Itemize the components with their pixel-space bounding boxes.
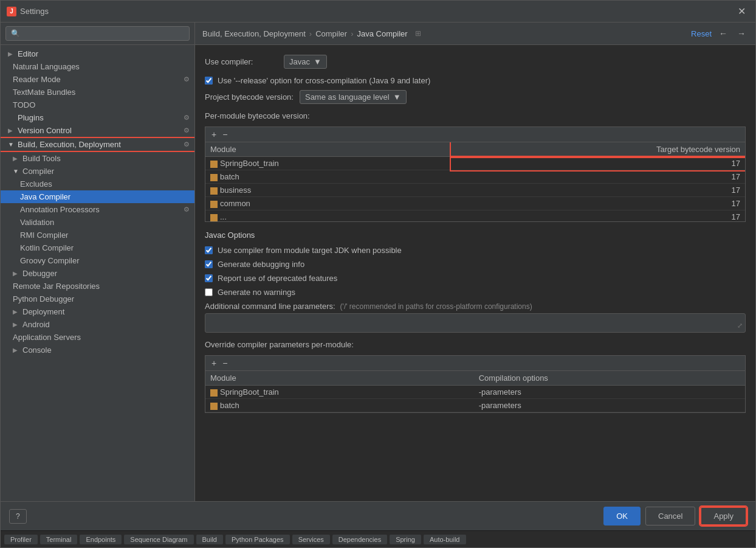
taskbar-spring[interactable]: Spring: [390, 535, 421, 544]
sidebar-item-todo[interactable]: TODO: [1, 99, 194, 111]
breadcrumb-current: Java Compiler: [357, 29, 408, 38]
help-button[interactable]: ?: [9, 509, 27, 524]
sidebar-item-label: Python Debugger: [13, 294, 74, 303]
sidebar-item-plugins[interactable]: Plugins ⚙: [1, 111, 194, 124]
module-table: Module Target bytecode version SpringBoo…: [205, 142, 745, 221]
arrow-icon: ▶: [13, 321, 20, 328]
additional-params-label: Additional command line parameters:: [205, 302, 335, 311]
sidebar-item-deployment[interactable]: ▶ Deployment: [1, 305, 194, 318]
sidebar-item-label: Deployment: [22, 307, 64, 316]
compiler-dropdown[interactable]: Javac ▼: [284, 55, 327, 69]
option1-checkbox[interactable]: [205, 246, 213, 254]
option4-checkbox[interactable]: [205, 288, 213, 296]
panel-header: Build, Execution, Deployment › Compiler …: [195, 23, 755, 45]
additional-params-input[interactable]: ⤢: [205, 313, 746, 333]
sidebar-item-java-compiler[interactable]: Java Compiler: [1, 190, 194, 203]
taskbar-profiler[interactable]: Profiler: [4, 535, 38, 544]
sidebar-item-textmate-bundles[interactable]: TextMate Bundles: [1, 86, 194, 99]
sidebar-item-label: Android: [22, 320, 50, 329]
main-content: ▶ Editor Natural Languages Reader Mode ⚙…: [1, 23, 755, 501]
sidebar-item-editor[interactable]: ▶ Editor: [1, 47, 194, 60]
taskbar-sequence-diagram[interactable]: Sequence Diagram: [124, 535, 193, 544]
sidebar-item-build-execution[interactable]: ▼ Build, Execution, Deployment ⚙: [1, 138, 194, 151]
bytecode-version-dropdown[interactable]: Same as language level ▼: [300, 90, 407, 104]
module-col-header: Module: [205, 142, 451, 157]
override-module-cell: batch: [205, 399, 474, 412]
taskbar-services[interactable]: Services: [292, 535, 330, 544]
release-option-checkbox[interactable]: [205, 77, 213, 85]
module-cell: SpringBoot_train: [205, 157, 451, 170]
use-compiler-label: Use compiler:: [205, 57, 278, 66]
option2-checkbox[interactable]: [205, 260, 213, 268]
remove-module-button[interactable]: −: [220, 129, 230, 140]
module-icon: [210, 174, 218, 181]
sidebar-item-compiler[interactable]: ▼ Compiler: [1, 165, 194, 178]
gear-icon: ⚙: [184, 140, 190, 148]
sidebar-item-python-debugger[interactable]: Python Debugger: [1, 293, 194, 305]
module-cell: batch: [205, 170, 451, 184]
taskbar-terminal[interactable]: Terminal: [40, 535, 78, 544]
cancel-button[interactable]: Cancel: [645, 507, 695, 525]
sidebar-item-groovy-compiler[interactable]: Groovy Compiler: [1, 254, 194, 267]
sidebar-item-debugger[interactable]: ▶ Debugger: [1, 267, 194, 280]
settings-icon: ⊞: [415, 29, 421, 38]
module-icon: [210, 403, 218, 410]
sidebar-item-kotlin-compiler[interactable]: Kotlin Compiler: [1, 241, 194, 254]
sidebar-item-natural-languages[interactable]: Natural Languages: [1, 60, 194, 73]
sidebar-item-label: Plugins: [18, 113, 44, 122]
apply-button[interactable]: Apply: [700, 507, 747, 525]
table-row: SpringBoot_train -parameters: [205, 386, 745, 399]
sidebar-item-validation[interactable]: Validation: [1, 216, 194, 229]
arrow-icon: ▶: [13, 308, 20, 315]
taskbar-dependencies[interactable]: Dependencies: [332, 535, 387, 544]
sidebar-tree: ▶ Editor Natural Languages Reader Mode ⚙…: [1, 45, 194, 501]
right-panel: Build, Execution, Deployment › Compiler …: [195, 23, 755, 501]
override-module-cell: SpringBoot_train: [205, 386, 474, 399]
chevron-down-icon: ▼: [393, 92, 401, 102]
remove-override-button[interactable]: −: [220, 358, 230, 369]
sidebar-item-label: Excludes: [20, 179, 52, 189]
panel-body: Use compiler: Javac ▼ Use '--release' op…: [195, 45, 755, 501]
sidebar-item-reader-mode[interactable]: Reader Mode ⚙: [1, 73, 194, 86]
help-btn[interactable]: ?: [9, 509, 27, 524]
search-input[interactable]: [5, 26, 190, 41]
sidebar-item-console[interactable]: ▶ Console: [1, 344, 194, 356]
sidebar-item-remote-jar-repos[interactable]: Remote Jar Repositories: [1, 280, 194, 293]
additional-params-section: Additional command line parameters: ('/'…: [205, 302, 746, 333]
ok-button[interactable]: OK: [603, 507, 641, 525]
sidebar-item-annotation-processors[interactable]: Annotation Processors ⚙: [1, 203, 194, 216]
nav-forward-button[interactable]: →: [735, 27, 748, 40]
close-button[interactable]: ✕: [734, 4, 749, 18]
arrow-icon: ▶: [13, 347, 20, 353]
override-module-header: Module: [205, 371, 474, 386]
add-module-button[interactable]: +: [209, 129, 219, 140]
sidebar-item-rmi-compiler[interactable]: RMI Compiler: [1, 229, 194, 241]
bytecode-version-label: Project bytecode version:: [205, 92, 294, 102]
nav-back-button[interactable]: ←: [716, 27, 730, 40]
additional-params-input-container: ⤢: [205, 313, 746, 333]
table-row: business 17: [205, 184, 745, 197]
sidebar-item-android[interactable]: ▶ Android: [1, 318, 194, 331]
override-toolbar: + −: [205, 356, 745, 371]
per-module-table-container: + − Module Target bytecode version: [205, 127, 746, 222]
taskbar-build[interactable]: Build: [196, 535, 223, 544]
sidebar-item-label: Editor: [18, 49, 38, 58]
version-cell: 17: [451, 157, 745, 170]
option3-checkbox[interactable]: [205, 274, 213, 282]
sidebar-item-excludes[interactable]: Excludes: [1, 178, 194, 190]
table-row: SpringBoot_train 17: [205, 157, 745, 170]
taskbar-auto-build[interactable]: Auto-build: [424, 535, 466, 544]
arrow-icon: ▶: [13, 270, 20, 277]
sidebar-item-application-servers[interactable]: Application Servers: [1, 331, 194, 344]
taskbar-endpoints[interactable]: Endpoints: [80, 535, 122, 544]
add-override-button[interactable]: +: [209, 358, 219, 369]
sidebar-item-version-control[interactable]: ▶ Version Control ⚙: [1, 124, 194, 137]
breadcrumb: Build, Execution, Deployment › Compiler …: [202, 29, 421, 38]
sidebar-item-build-tools[interactable]: ▶ Build Tools: [1, 152, 194, 165]
gear-icon: ⚙: [184, 206, 190, 213]
per-module-text: Per-module bytecode version:: [205, 111, 310, 120]
reset-link[interactable]: Reset: [691, 29, 712, 38]
gear-icon: ⚙: [184, 75, 190, 83]
dialog-title: Settings: [20, 7, 49, 16]
taskbar-python-packages[interactable]: Python Packages: [225, 535, 290, 544]
